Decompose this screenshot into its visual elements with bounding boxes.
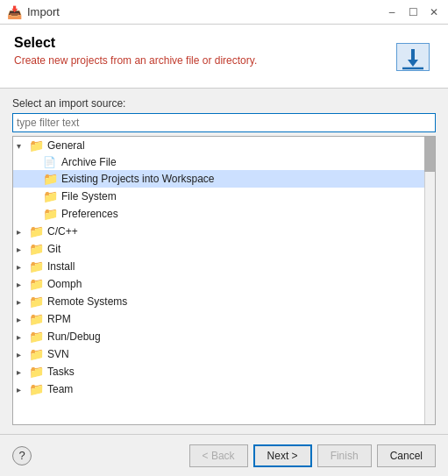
help-button[interactable]: ? [12,446,32,465]
tree-item[interactable]: ▸📁Tasks [13,363,424,380]
tree-arrow: ▸ [17,332,29,342]
header-section: Select Create new projects from an archi… [0,25,448,89]
tree-arrow: ▸ [17,385,29,394]
tree-item[interactable]: ▸📁Oomph [13,275,424,293]
folder-icon: 📁 [29,277,45,291]
folder-icon: 📁 [29,382,45,396]
header-icon [392,35,434,77]
minimize-button[interactable]: – [385,5,399,19]
titlebar-right: – ☐ ✕ [385,5,441,19]
folder-icon: 📁 [29,365,45,379]
tree-arrow: ▸ [17,350,29,359]
header-text: Select Create new projects from an archi… [14,35,257,67]
tree-item[interactable]: 📁Preferences [13,205,424,223]
folder-icon: 📁 [29,224,45,238]
tree-item-label: Install [47,260,75,273]
import-graphic [392,35,434,77]
footer: ? < Back Next > Finish Cancel [0,434,448,476]
tree-item[interactable]: ▸📁RPM [13,310,424,328]
tree-item-label: Archive File [61,156,117,168]
folder-icon: 📁 [43,207,59,221]
tree-item-label: RPM [47,313,71,325]
scrollbar-track[interactable] [424,137,435,424]
tree-item[interactable]: ▸📁Git [13,240,424,258]
tree-item[interactable]: 📁Existing Projects into Workspace [13,170,424,188]
folder-icon: 📁 [29,312,45,326]
tree-item-label: Team [47,383,73,395]
folder-icon: 📁 [43,189,59,203]
tree-arrow: ▸ [17,280,29,289]
tree-item[interactable]: ▸📁Run/Debug [13,328,424,345]
tree-item[interactable]: ▸📁SVN [13,345,424,363]
tree-arrow: ▸ [17,245,29,254]
tree-arrow: ▸ [17,227,29,237]
folder-icon: 📁 [43,172,59,186]
window-title: Import [27,5,60,18]
tree-arrow: ▾ [17,141,29,151]
tree-item-label: Preferences [61,208,118,220]
tree-item-label: Git [47,243,60,255]
tree-arrow: ▸ [17,262,29,272]
tree-item-label: C/C++ [47,225,78,238]
scrollbar-thumb[interactable] [424,137,435,172]
titlebar: 📥 Import – ☐ ✕ [0,0,448,25]
tree-item-label: File System [61,190,117,202]
next-button[interactable]: Next > [253,444,312,467]
folder-icon: 📁 [29,295,45,309]
folder-icon: 📁 [29,242,45,256]
tree-arrow: ▸ [17,367,29,377]
tree-item[interactable]: ▸📁C/C++ [13,223,424,240]
footer-right: < Back Next > Finish Cancel [189,444,436,467]
tree-item-label: Existing Projects into Workspace [61,173,215,185]
folder-icon: 📁 [29,139,45,153]
tree-item-label: Run/Debug [47,330,101,343]
tree-container[interactable]: ▾📁General📄Archive File📁Existing Projects… [12,136,436,425]
file-icon: 📄 [43,156,59,168]
tree-arrow: ▸ [17,297,29,307]
page-title: Select [14,35,257,51]
tree-item-label: Remote Systems [47,295,127,308]
titlebar-left: 📥 Import [7,5,60,19]
tree-arrow: ▸ [17,315,29,324]
tree-item-label: General [47,139,85,152]
tree-item[interactable]: ▸📁Remote Systems [13,293,424,310]
tree-item[interactable]: ▸📁Install [13,258,424,275]
folder-icon: 📁 [29,259,45,274]
tree-item[interactable]: 📁File System [13,188,424,205]
import-source-label: Select an import source: [12,97,436,110]
page-subtitle: Create new projects from an archive file… [14,54,257,67]
tree-item-label: Tasks [47,366,75,378]
close-button[interactable]: ✕ [427,5,441,19]
import-icon: 📥 [7,5,22,19]
filter-input[interactable] [12,113,436,132]
tree-item-label: Oomph [47,278,82,290]
tree-item[interactable]: ▸📁Team [13,380,424,398]
footer-left: ? [12,446,32,465]
tree-item-label: SVN [47,348,69,360]
tree-item[interactable]: ▾📁General [13,137,424,154]
main-content: Select an import source: ▾📁General📄Archi… [0,89,448,434]
cancel-button[interactable]: Cancel [377,444,436,467]
tree-item[interactable]: 📄Archive File [13,154,424,170]
back-button[interactable]: < Back [189,444,248,467]
folder-icon: 📁 [29,347,45,361]
folder-icon: 📁 [29,330,45,344]
maximize-button[interactable]: ☐ [406,5,420,19]
finish-button[interactable]: Finish [317,444,372,467]
